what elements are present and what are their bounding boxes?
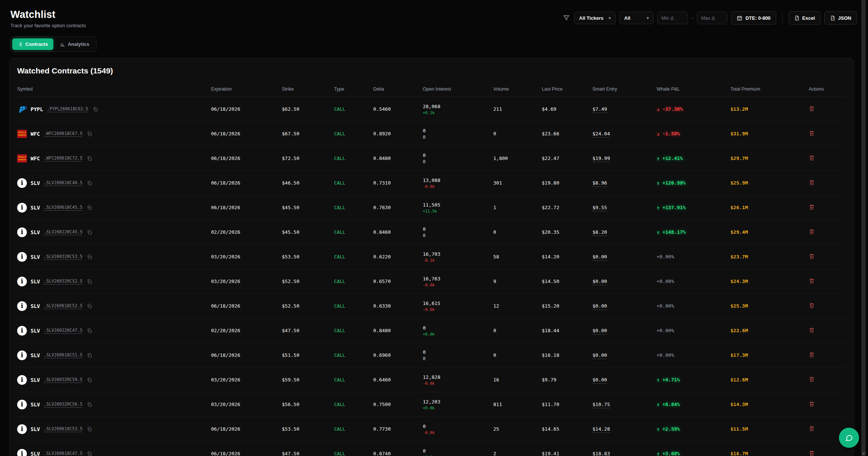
contract-code-link[interactable]: .SLV260618C45.5 <box>44 205 82 211</box>
copy-icon[interactable] <box>87 180 92 186</box>
whale-pnl-value: +12.41% <box>662 155 683 161</box>
delete-button[interactable] <box>809 302 815 309</box>
contract-code-link[interactable]: .SLV260618C51.5 <box>44 352 82 358</box>
copy-icon[interactable] <box>87 402 92 407</box>
ticker-filter-select[interactable]: All Tickers ▾ <box>574 12 616 24</box>
expiration-cell: 03/20/2026 <box>211 377 282 383</box>
smart-entry-value[interactable]: $19.99 <box>592 155 610 162</box>
smart-entry-value[interactable]: $24.04 <box>592 131 610 138</box>
symbol-cell: i SLV .SLV260618C47.5 <box>17 449 211 456</box>
copy-icon[interactable] <box>87 205 92 210</box>
min-delta-input[interactable] <box>657 12 688 24</box>
delete-button[interactable] <box>809 352 815 358</box>
whale-pnl-cell: ↑ +137.91% <box>657 205 730 211</box>
type-filter-select[interactable]: All ▾ <box>619 12 654 24</box>
whale-pnl-value: +3.08% <box>662 451 680 456</box>
delta-cell: 0.8740 <box>373 451 423 456</box>
smart-entry-value[interactable]: $0.00 <box>592 352 607 359</box>
copy-icon[interactable] <box>87 328 92 333</box>
expiration-cell: 02/20/2026 <box>211 229 282 235</box>
smart-entry-value[interactable]: $8.20 <box>592 229 607 236</box>
copy-icon[interactable] <box>87 304 92 309</box>
delete-button[interactable] <box>809 106 815 112</box>
whale-pnl-value: +4.71% <box>662 377 680 383</box>
copy-icon[interactable] <box>87 131 92 136</box>
delete-button[interactable] <box>809 401 815 407</box>
tab-contracts[interactable]: Contracts <box>12 38 53 50</box>
delete-button[interactable] <box>809 425 815 432</box>
smart-entry-value[interactable]: $0.00 <box>592 279 607 285</box>
ticker-logo-icon: i <box>17 350 27 360</box>
delete-button[interactable] <box>809 229 815 235</box>
actions-cell <box>809 376 846 384</box>
contract-code-link[interactable]: .SLV260220C47.5 <box>44 328 82 334</box>
smart-entry-value[interactable]: $9.55 <box>592 205 607 211</box>
delete-button[interactable] <box>809 450 815 456</box>
max-delta-input[interactable] <box>697 12 727 24</box>
contract-code-link[interactable]: .SLV260320C52.5 <box>44 279 82 284</box>
symbol-cell: i SLV .SLV260220C47.5 <box>17 326 211 336</box>
delete-button[interactable] <box>809 253 815 260</box>
copy-icon[interactable] <box>87 353 92 358</box>
export-excel-button[interactable]: Excel <box>789 11 821 25</box>
delete-button[interactable] <box>809 204 815 210</box>
contract-code-link[interactable]: .SLV260320C59.5 <box>44 377 82 383</box>
smart-entry-value[interactable]: $10.75 <box>592 402 610 408</box>
dte-filter-button[interactable]: DTE: 0-800 <box>731 11 776 25</box>
contract-code-link[interactable]: .PYPL260618C62.5 <box>47 106 88 112</box>
contract-code-link[interactable]: .SLV260618C46.5 <box>44 180 82 186</box>
symbol-cell: WELLSFARGO WFC .WFC260618C72.5 <box>17 154 211 163</box>
volume-cell: 0 <box>493 229 542 235</box>
copy-icon[interactable] <box>87 230 92 235</box>
copy-icon[interactable] <box>87 254 92 260</box>
delete-button[interactable] <box>809 327 815 333</box>
smart-entry-value[interactable]: $8.96 <box>592 180 607 187</box>
delete-button[interactable] <box>809 130 815 136</box>
smart-entry-value[interactable]: $7.49 <box>592 106 607 113</box>
copy-icon[interactable] <box>87 451 92 456</box>
copy-icon[interactable] <box>87 377 92 383</box>
ticker-logo-icon: i <box>17 178 27 188</box>
export-json-button[interactable]: JSON <box>824 11 857 25</box>
trend-arrow-icon: ↑ <box>657 180 660 186</box>
smart-entry-value[interactable]: $14.28 <box>592 426 610 433</box>
copy-icon[interactable] <box>87 427 92 432</box>
actions-cell <box>809 302 846 310</box>
contract-code-link[interactable]: .SLV260320C53.5 <box>44 254 82 260</box>
copy-icon[interactable] <box>93 107 98 112</box>
smart-entry-value[interactable]: $0.00 <box>592 254 607 261</box>
tab-analytics[interactable]: Analytics <box>55 38 95 50</box>
smart-entry-value[interactable]: $0.00 <box>592 328 607 334</box>
ticker-logo-icon: i <box>17 424 27 434</box>
total-premium-cell: $29.7M <box>730 155 809 161</box>
ticker-symbol: SLV <box>31 377 40 383</box>
delete-button[interactable] <box>809 155 815 161</box>
contract-code-link[interactable]: .WFC260618C67.5 <box>44 131 82 137</box>
expiration-cell: 03/20/2026 <box>211 254 282 260</box>
vertical-scrollbar[interactable] <box>861 0 866 456</box>
contract-code-link[interactable]: .SLV260320C56.5 <box>44 402 82 408</box>
smart-entry-value[interactable]: $18.83 <box>592 451 610 456</box>
contract-code-link[interactable]: .SLV260618C52.5 <box>44 303 82 309</box>
open-interest-cell: 11,505 +11.5k <box>423 202 493 213</box>
chat-button[interactable] <box>839 428 859 448</box>
copy-icon[interactable] <box>87 279 92 284</box>
delete-button[interactable] <box>809 278 815 284</box>
contract-code-link[interactable]: .SLV260618C47.5 <box>44 451 82 456</box>
delete-button[interactable] <box>809 179 815 186</box>
smart-entry-value[interactable]: $0.00 <box>592 303 607 310</box>
expiration-cell: 06/18/2026 <box>211 155 282 161</box>
whale-pnl-value: +0.00% <box>657 254 674 260</box>
contract-code-link[interactable]: .SLV260220C45.5 <box>44 229 82 235</box>
col-whale-pnl: Whale P&L <box>657 87 730 92</box>
table-row: i SLV .SLV260320C53.5 03/20/2026 $53.50 … <box>17 245 846 269</box>
contract-code-link[interactable]: .WFC260618C72.5 <box>44 155 82 161</box>
smart-entry-value[interactable]: $0.00 <box>592 377 607 384</box>
copy-icon[interactable] <box>87 156 92 161</box>
ticker-logo-icon: i <box>17 252 27 262</box>
contract-code-link[interactable]: .SLV260618C53.5 <box>44 426 82 432</box>
volume-cell: 16 <box>493 377 542 383</box>
open-interest-cell: 16,703 -0.1k <box>423 251 493 262</box>
delete-button[interactable] <box>809 376 815 383</box>
open-interest-change: -0.0k <box>423 307 493 312</box>
